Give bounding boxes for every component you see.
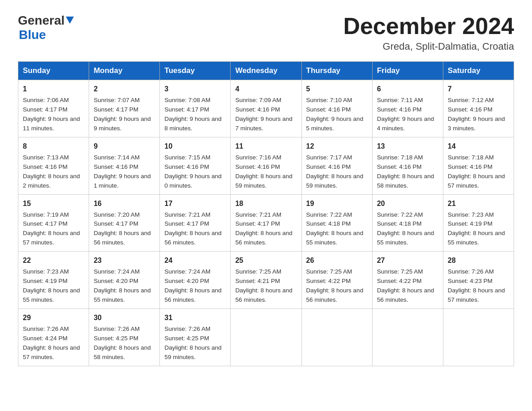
day-info: Sunrise: 7:07 AMSunset: 4:17 PMDaylight:… [94, 96, 155, 133]
day-number: 29 [23, 313, 84, 323]
day-info: Sunrise: 7:17 AMSunset: 4:16 PMDaylight:… [306, 153, 368, 191]
day-info: Sunrise: 7:25 AMSunset: 4:22 PMDaylight:… [306, 267, 368, 305]
day-number: 9 [94, 141, 155, 152]
page-header: General Blue December 2024 Greda, Split-… [18, 13, 514, 52]
calendar-week-row: 8Sunrise: 7:13 AMSunset: 4:16 PMDaylight… [18, 137, 514, 194]
calendar-cell: 12Sunrise: 7:17 AMSunset: 4:16 PMDayligh… [301, 137, 372, 194]
day-number: 19 [306, 198, 368, 209]
day-number: 8 [23, 141, 84, 152]
calendar-cell: 13Sunrise: 7:18 AMSunset: 4:16 PMDayligh… [372, 137, 443, 194]
calendar-cell: 31Sunrise: 7:26 AMSunset: 4:25 PMDayligh… [160, 308, 231, 366]
logo: General Blue [18, 13, 74, 42]
day-info: Sunrise: 7:20 AMSunset: 4:17 PMDaylight:… [94, 210, 155, 248]
day-number: 21 [448, 198, 509, 209]
col-tuesday: Tuesday [160, 62, 231, 80]
calendar-cell: 2Sunrise: 7:07 AMSunset: 4:17 PMDaylight… [89, 80, 160, 137]
calendar-cell: 6Sunrise: 7:11 AMSunset: 4:16 PMDaylight… [372, 80, 443, 137]
calendar-cell: 25Sunrise: 7:25 AMSunset: 4:21 PMDayligh… [231, 252, 301, 309]
calendar-cell: 14Sunrise: 7:18 AMSunset: 4:16 PMDayligh… [443, 137, 514, 194]
col-wednesday: Wednesday [231, 62, 301, 80]
calendar-week-row: 1Sunrise: 7:06 AMSunset: 4:17 PMDaylight… [18, 80, 514, 137]
calendar-cell: 19Sunrise: 7:22 AMSunset: 4:18 PMDayligh… [301, 194, 372, 252]
day-number: 10 [164, 141, 226, 152]
calendar-cell: 8Sunrise: 7:13 AMSunset: 4:16 PMDaylight… [18, 137, 89, 194]
day-info: Sunrise: 7:26 AMSunset: 4:25 PMDaylight:… [164, 325, 226, 362]
calendar-cell: 20Sunrise: 7:22 AMSunset: 4:18 PMDayligh… [372, 194, 443, 252]
calendar-cell: 9Sunrise: 7:14 AMSunset: 4:16 PMDaylight… [89, 137, 160, 194]
day-info: Sunrise: 7:26 AMSunset: 4:23 PMDaylight:… [448, 267, 509, 305]
calendar-cell: 15Sunrise: 7:19 AMSunset: 4:17 PMDayligh… [18, 194, 89, 252]
calendar-cell: 22Sunrise: 7:23 AMSunset: 4:19 PMDayligh… [18, 252, 89, 309]
day-number: 2 [94, 84, 155, 94]
col-sunday: Sunday [18, 62, 89, 80]
calendar-cell: 27Sunrise: 7:25 AMSunset: 4:22 PMDayligh… [372, 252, 443, 309]
day-info: Sunrise: 7:10 AMSunset: 4:16 PMDaylight:… [306, 96, 368, 133]
day-number: 31 [164, 313, 226, 323]
day-info: Sunrise: 7:09 AMSunset: 4:16 PMDaylight:… [235, 96, 296, 133]
day-number: 17 [164, 198, 226, 209]
day-info: Sunrise: 7:25 AMSunset: 4:22 PMDaylight:… [377, 267, 438, 305]
calendar-cell: 23Sunrise: 7:24 AMSunset: 4:20 PMDayligh… [89, 252, 160, 309]
logo-triangle-icon [66, 17, 74, 24]
day-number: 6 [377, 84, 438, 94]
calendar-cell: 11Sunrise: 7:16 AMSunset: 4:16 PMDayligh… [231, 137, 301, 194]
day-number: 20 [377, 198, 438, 209]
calendar-cell: 30Sunrise: 7:26 AMSunset: 4:25 PMDayligh… [89, 308, 160, 366]
day-info: Sunrise: 7:24 AMSunset: 4:20 PMDaylight:… [164, 267, 226, 305]
calendar-cell: 28Sunrise: 7:26 AMSunset: 4:23 PMDayligh… [443, 252, 514, 309]
col-thursday: Thursday [301, 62, 372, 80]
col-friday: Friday [372, 62, 443, 80]
location-title: Greda, Split-Dalmatia, Croatia [343, 41, 514, 52]
day-info: Sunrise: 7:21 AMSunset: 4:17 PMDaylight:… [164, 210, 226, 248]
day-info: Sunrise: 7:21 AMSunset: 4:17 PMDaylight:… [235, 210, 296, 248]
calendar-cell [301, 308, 372, 366]
day-number: 5 [306, 84, 368, 94]
day-number: 26 [306, 255, 368, 266]
day-info: Sunrise: 7:22 AMSunset: 4:18 PMDaylight:… [306, 210, 368, 248]
day-number: 25 [235, 255, 296, 266]
calendar-cell: 7Sunrise: 7:12 AMSunset: 4:16 PMDaylight… [443, 80, 514, 137]
day-info: Sunrise: 7:23 AMSunset: 4:19 PMDaylight:… [448, 210, 509, 248]
calendar-cell: 18Sunrise: 7:21 AMSunset: 4:17 PMDayligh… [231, 194, 301, 252]
day-number: 3 [164, 84, 226, 94]
day-info: Sunrise: 7:08 AMSunset: 4:17 PMDaylight:… [164, 96, 226, 133]
day-number: 18 [235, 198, 296, 209]
day-number: 24 [164, 255, 226, 266]
calendar-cell [443, 308, 514, 366]
day-number: 16 [94, 198, 155, 209]
day-number: 7 [448, 84, 509, 94]
day-number: 27 [377, 255, 438, 266]
calendar-cell: 24Sunrise: 7:24 AMSunset: 4:20 PMDayligh… [160, 252, 231, 309]
day-number: 23 [94, 255, 155, 266]
calendar-cell: 29Sunrise: 7:26 AMSunset: 4:24 PMDayligh… [18, 308, 89, 366]
calendar-week-row: 29Sunrise: 7:26 AMSunset: 4:24 PMDayligh… [18, 308, 514, 366]
calendar-header-row: Sunday Monday Tuesday Wednesday Thursday… [18, 62, 514, 80]
day-info: Sunrise: 7:22 AMSunset: 4:18 PMDaylight:… [377, 210, 438, 248]
calendar-cell: 4Sunrise: 7:09 AMSunset: 4:16 PMDaylight… [231, 80, 301, 137]
calendar-cell: 1Sunrise: 7:06 AMSunset: 4:17 PMDaylight… [18, 80, 89, 137]
day-number: 14 [448, 141, 509, 152]
calendar-cell [372, 308, 443, 366]
day-info: Sunrise: 7:25 AMSunset: 4:21 PMDaylight:… [235, 267, 296, 305]
day-number: 12 [306, 141, 368, 152]
day-number: 1 [23, 84, 84, 94]
day-info: Sunrise: 7:13 AMSunset: 4:16 PMDaylight:… [23, 153, 84, 191]
day-number: 11 [235, 141, 296, 152]
title-block: December 2024 Greda, Split-Dalmatia, Cro… [343, 13, 514, 52]
calendar-cell: 26Sunrise: 7:25 AMSunset: 4:22 PMDayligh… [301, 252, 372, 309]
day-number: 22 [23, 255, 84, 266]
calendar-cell: 5Sunrise: 7:10 AMSunset: 4:16 PMDaylight… [301, 80, 372, 137]
day-info: Sunrise: 7:19 AMSunset: 4:17 PMDaylight:… [23, 210, 84, 248]
day-info: Sunrise: 7:14 AMSunset: 4:16 PMDaylight:… [94, 153, 155, 191]
day-info: Sunrise: 7:12 AMSunset: 4:16 PMDaylight:… [448, 96, 509, 133]
calendar-cell [231, 308, 301, 366]
day-info: Sunrise: 7:24 AMSunset: 4:20 PMDaylight:… [94, 267, 155, 305]
day-info: Sunrise: 7:15 AMSunset: 4:16 PMDaylight:… [164, 153, 226, 191]
col-monday: Monday [89, 62, 160, 80]
day-number: 28 [448, 255, 509, 266]
day-number: 4 [235, 84, 296, 94]
day-info: Sunrise: 7:16 AMSunset: 4:16 PMDaylight:… [235, 153, 296, 191]
col-saturday: Saturday [443, 62, 514, 80]
day-info: Sunrise: 7:26 AMSunset: 4:25 PMDaylight:… [94, 325, 155, 362]
month-title: December 2024 [343, 13, 514, 39]
